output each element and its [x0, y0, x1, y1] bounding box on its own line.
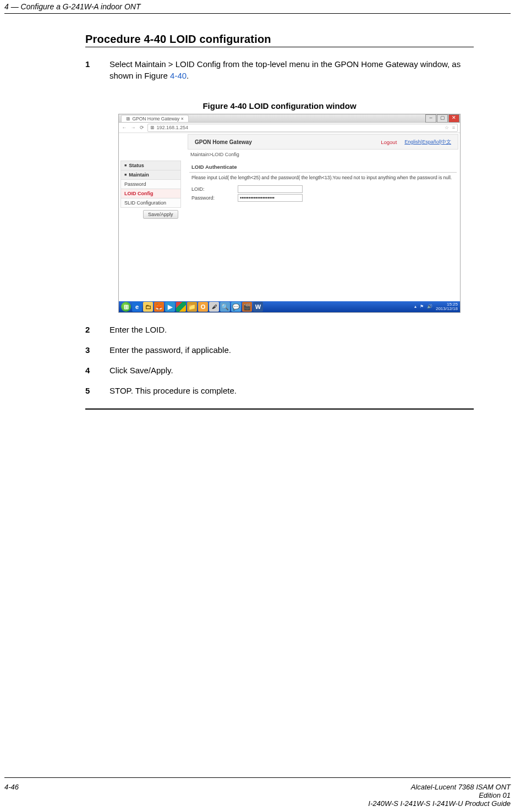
video-icon[interactable]: 🎬	[242, 302, 252, 312]
step-row: 5 STOP. This procedure is complete.	[85, 385, 474, 396]
media-icon[interactable]: ▶	[165, 302, 175, 312]
browser-tab-title: GPON Home Gateway	[132, 116, 179, 121]
sidebar-item-slid-configuration[interactable]: SLID Configuration	[120, 198, 181, 208]
step-row: 4 Click Save/Apply.	[85, 364, 474, 376]
footer-line3: I-240W-S I-241W-S I-241W-U Product Guide	[368, 799, 511, 808]
chrome-icon[interactable]	[176, 302, 186, 312]
footer-rule	[4, 777, 511, 778]
tray-volume-icon[interactable]: 🔊	[427, 305, 432, 309]
step-row: 3 Enter the password, if applicable.	[85, 344, 474, 356]
loid-config-screenshot: 🗎 GPON Home Gateway × – ▢ ✕ ← → ⟳ 🗎 192.…	[118, 114, 461, 313]
window-minimize-button[interactable]: –	[425, 114, 436, 123]
taskbar-clock[interactable]: 15:25 2013/12/18	[436, 302, 458, 311]
step-text-after: .	[187, 71, 189, 80]
windows-taskbar: ⊞ e 🗀 🦊 ▶ 📁 O 🖌 🔍 💬 🎬 W ▴ ⚑	[119, 301, 460, 312]
gateway-title: GPON Home Gateway	[195, 139, 252, 145]
address-bar[interactable]: 🗎 192.168.1.254 ☆ ≡	[147, 124, 458, 132]
password-input[interactable]	[238, 194, 303, 202]
logout-link[interactable]: Logout	[381, 139, 397, 145]
folder2-icon[interactable]: 📁	[187, 302, 197, 312]
loid-field-row: LOID:	[189, 185, 457, 194]
loid-input[interactable]	[238, 185, 303, 193]
doc-icon: 🗎	[126, 116, 132, 121]
messenger-icon[interactable]: 💬	[231, 302, 241, 312]
procedure-rule	[85, 47, 474, 47]
system-tray[interactable]: ▴ ⚑ 🔊 15:25 2013/12/18	[414, 302, 458, 311]
step-text: Click Save/Apply.	[109, 364, 474, 376]
sidebar: Status Maintain Password LOID Config SLI…	[120, 161, 181, 208]
procedure-end-rule	[85, 408, 474, 410]
window-close-button[interactable]: ✕	[448, 114, 459, 123]
loid-panel: LOID Authenticate Please input Loid( the…	[189, 162, 457, 202]
save-apply-button[interactable]: Save/Apply	[143, 210, 178, 219]
star-icon[interactable]: ☆	[445, 125, 449, 130]
page-footer: 4-46 Alcatel-Lucent 7368 ISAM ONT Editio…	[4, 783, 511, 808]
step-number: 1	[85, 58, 109, 81]
menu-icon[interactable]: ≡	[452, 125, 455, 130]
figure-caption: Figure 4-40 LOID configuration window	[85, 101, 474, 111]
step-text: Select Maintain > LOID Config from the t…	[109, 58, 474, 81]
tray-arrow-icon[interactable]: ▴	[414, 305, 417, 309]
password-field-row: Password:	[189, 194, 457, 202]
window-controls: – ▢ ✕	[425, 114, 460, 123]
language-links[interactable]: English|Español|中文	[404, 139, 451, 146]
step-text: STOP. This procedure is complete.	[109, 385, 474, 396]
panel-instruction: Please input Loid( the length<25) and th…	[189, 173, 457, 185]
procedure-title: Procedure 4-40 LOID configuration	[85, 33, 474, 46]
step-text: Enter the LOID.	[109, 324, 474, 335]
nav-reload-icon[interactable]: ⟳	[139, 124, 145, 131]
sidebar-item-status[interactable]: Status	[120, 161, 181, 170]
gateway-header: GPON Home Gateway Logout English|Español…	[188, 134, 458, 150]
figure-reference-link[interactable]: 4-40	[170, 71, 187, 80]
explorer-icon[interactable]: 🗀	[143, 302, 153, 312]
step-text: Enter the password, if applicable.	[109, 344, 474, 356]
running-header: 4 — Configure a G-241W-A indoor ONT	[4, 2, 140, 11]
footer-line2: Edition 01	[368, 791, 511, 799]
browser-toolbar: ← → ⟳ 🗎 192.168.1.254 ☆ ≡	[119, 123, 460, 133]
address-text: 🗎 192.168.1.254	[150, 125, 188, 130]
header-rule	[4, 13, 511, 14]
step-number: 3	[85, 344, 109, 356]
step-row: 2 Enter the LOID.	[85, 324, 474, 335]
nav-forward-icon[interactable]: →	[130, 124, 136, 131]
password-label: Password:	[191, 195, 230, 201]
taskbar-date: 2013/12/18	[436, 307, 458, 311]
browser-titlebar: 🗎 GPON Home Gateway × – ▢ ✕	[119, 114, 460, 123]
page-number: 4-46	[4, 783, 19, 808]
panel-title: LOID Authenticate	[189, 162, 457, 173]
sidebar-item-loid-config[interactable]: LOID Config	[120, 189, 181, 198]
tray-flag-icon[interactable]: ⚑	[420, 305, 424, 309]
outlook-icon[interactable]: O	[198, 302, 208, 312]
word-icon[interactable]: W	[253, 302, 263, 312]
step-number: 5	[85, 385, 109, 396]
firefox-icon[interactable]: 🦊	[154, 302, 164, 312]
tab-close-icon[interactable]: ×	[181, 116, 184, 121]
paint-icon[interactable]: 🖌	[209, 302, 219, 312]
window-maximize-button[interactable]: ▢	[437, 114, 448, 123]
magnifier-icon[interactable]: 🔍	[220, 302, 230, 312]
start-button-icon[interactable]: ⊞	[121, 302, 131, 312]
sidebar-item-maintain[interactable]: Maintain	[120, 170, 181, 180]
step-number: 4	[85, 364, 109, 376]
sidebar-item-password[interactable]: Password	[120, 180, 181, 189]
nav-back-icon[interactable]: ←	[121, 124, 128, 131]
step-row: 1 Select Maintain > LOID Config from the…	[85, 58, 474, 81]
step-number: 2	[85, 324, 109, 335]
ie-icon[interactable]: e	[132, 302, 142, 312]
step-text-before: Select Maintain > LOID Config from the t…	[109, 59, 461, 80]
page-body: GPON Home Gateway Logout English|Español…	[119, 133, 460, 302]
breadcrumb: Maintain>LOID Config	[190, 152, 239, 157]
loid-label: LOID:	[191, 186, 230, 192]
footer-line1: Alcatel-Lucent 7368 ISAM ONT	[368, 783, 511, 791]
browser-tab[interactable]: 🗎 GPON Home Gateway ×	[121, 115, 189, 122]
